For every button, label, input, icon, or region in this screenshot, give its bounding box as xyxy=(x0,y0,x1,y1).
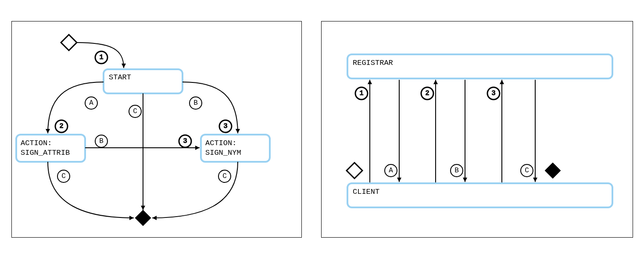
seq-badge-1: 1 xyxy=(355,87,368,100)
page-root: 1 START A 2 B xyxy=(0,0,644,253)
badge-3-mid-label: 3 xyxy=(183,137,187,145)
badge-2-label: 2 xyxy=(59,122,64,130)
badge-c-middle: C xyxy=(129,105,141,118)
lane-registrar-label: REGISTRAR xyxy=(353,59,393,67)
badge-c-right-label: C xyxy=(222,172,227,180)
badge-b-right: B xyxy=(190,97,202,109)
seq-badge-c: C xyxy=(521,164,533,177)
badge-c-right: C xyxy=(218,170,231,182)
badge-3-right-label: 3 xyxy=(223,122,228,130)
node-sign-attrib-label-1: ACTION: xyxy=(21,139,52,147)
node-sign-nym: ACTION: SIGN_NYM xyxy=(201,135,270,162)
node-sign-attrib: ACTION: SIGN_ATTRIB xyxy=(16,135,85,162)
badge-1: 1 xyxy=(95,51,107,64)
seq-badge-b-label: B xyxy=(454,167,459,175)
lane-registrar: REGISTRAR xyxy=(347,54,612,78)
seq-badge-b: B xyxy=(451,164,463,177)
badge-3-right: 3 xyxy=(219,120,232,132)
seq-start-marker-icon xyxy=(347,163,362,178)
badge-b-mid: B xyxy=(95,135,107,147)
svg-rect-14 xyxy=(347,183,612,207)
badge-a-left: A xyxy=(85,97,97,109)
panel-left-state-diagram: 1 START A 2 B xyxy=(11,21,302,238)
seq-badge-c-label: C xyxy=(525,167,529,175)
node-start: START xyxy=(104,69,182,93)
edge-attrib-to-end xyxy=(48,162,134,218)
node-sign-nym-label-2: SIGN_NYM xyxy=(205,149,241,157)
seq-badge-3: 3 xyxy=(487,87,500,100)
seq-badge-a: A xyxy=(385,164,397,177)
badge-2: 2 xyxy=(55,120,68,132)
node-sign-nym-label-1: ACTION: xyxy=(205,139,236,147)
badge-b-mid-label: B xyxy=(99,137,104,145)
start-marker-icon xyxy=(61,35,77,50)
node-sign-attrib-label-2: SIGN_ATTRIB xyxy=(21,149,70,157)
lane-client: CLIENT xyxy=(347,183,612,207)
node-start-label: START xyxy=(109,73,131,82)
badge-b-right-label: B xyxy=(193,99,198,107)
badge-c-middle-label: C xyxy=(133,107,137,115)
badge-1-label: 1 xyxy=(99,53,104,61)
svg-rect-8 xyxy=(201,135,270,162)
seq-badge-3-label: 3 xyxy=(491,89,496,97)
seq-end-marker-icon xyxy=(545,163,561,178)
seq-badge-2-label: 2 xyxy=(425,89,429,97)
seq-badge-2: 2 xyxy=(421,87,433,100)
svg-rect-7 xyxy=(16,135,85,162)
badge-3-mid: 3 xyxy=(179,135,191,147)
panel-right-sequence-diagram: REGISTRAR CLIENT 1 xyxy=(321,21,633,238)
badge-c-left-label: C xyxy=(61,172,66,180)
end-marker-icon xyxy=(135,210,151,226)
badge-c-left: C xyxy=(57,170,70,182)
lane-client-label: CLIENT xyxy=(353,188,379,196)
seq-badge-a-label: A xyxy=(389,167,393,175)
badge-a-left-label: A xyxy=(89,99,93,107)
seq-badge-1-label: 1 xyxy=(359,89,364,97)
